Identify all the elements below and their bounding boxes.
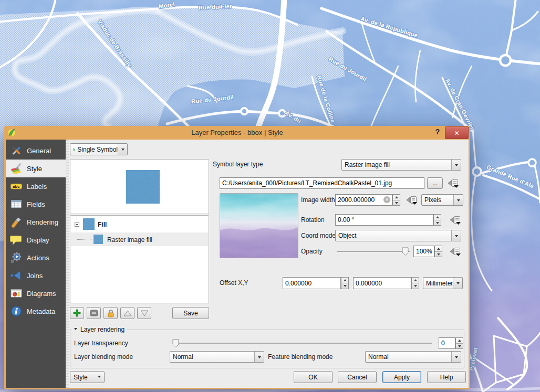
tree-connector bbox=[77, 217, 77, 221]
arrow-up-icon bbox=[123, 310, 132, 317]
layer-transparency-spinner[interactable] bbox=[455, 337, 463, 349]
offset-unit-combo[interactable]: Millimeter bbox=[423, 277, 463, 289]
close-button[interactable]: ✕ bbox=[445, 126, 469, 139]
browse-file-button[interactable]: ... bbox=[427, 177, 443, 189]
image-width-spinner[interactable] bbox=[392, 194, 400, 206]
sidebar-item-fields[interactable]: Fields bbox=[6, 195, 66, 213]
metadata-icon bbox=[10, 305, 23, 317]
data-defined-override-rotation-button[interactable] bbox=[449, 215, 462, 225]
lock-icon bbox=[107, 309, 115, 317]
sidebar-item-general[interactable]: General bbox=[6, 142, 66, 160]
layer-transparency-value: 0 bbox=[441, 340, 445, 347]
chevron-down-icon bbox=[451, 160, 461, 170]
move-down-button[interactable] bbox=[137, 307, 151, 319]
sidebar-item-label: Actions bbox=[27, 254, 49, 262]
data-defined-icon bbox=[406, 195, 418, 205]
slider-handle[interactable] bbox=[402, 248, 408, 256]
sidebar-item-label: Diagrams bbox=[27, 290, 56, 298]
offset-y-spinner[interactable] bbox=[411, 277, 419, 289]
tree-expander[interactable] bbox=[75, 222, 79, 227]
symbol-layer-type-label: Symbol layer type bbox=[213, 161, 263, 168]
image-path-value: C:/Users/anita_000/Pictures/LT_RemixedCh… bbox=[222, 179, 392, 187]
save-symbol-button[interactable]: Save bbox=[172, 307, 209, 319]
sidebar-item-label: Metadata bbox=[27, 308, 55, 315]
image-width-value: 2000.000000 bbox=[338, 196, 375, 204]
rotation-label: Rotation bbox=[301, 216, 325, 224]
data-defined-icon bbox=[449, 246, 462, 257]
data-defined-override-path-button[interactable] bbox=[447, 178, 460, 188]
ok-button[interactable]: OK bbox=[294, 371, 333, 383]
help-button[interactable]: Help bbox=[427, 371, 466, 383]
sidebar-item-label: Joins bbox=[27, 272, 43, 280]
tree-child-label[interactable]: Raster image fill bbox=[107, 236, 152, 243]
sidebar-item-labels[interactable]: abc Labels bbox=[6, 177, 66, 195]
sidebar-item-diagrams[interactable]: Diagrams bbox=[6, 284, 66, 302]
tree-root-label[interactable]: Fill bbox=[98, 221, 107, 228]
opacity-spinner[interactable] bbox=[434, 246, 442, 257]
actions-icon bbox=[10, 251, 23, 264]
layer-blending-combo[interactable]: Normal bbox=[170, 351, 264, 363]
slider-handle[interactable] bbox=[173, 340, 179, 347]
add-symbol-layer-button[interactable] bbox=[70, 307, 84, 319]
style-menu-label: Style bbox=[74, 374, 88, 381]
chevron-down-icon bbox=[453, 195, 463, 205]
sidebar-item-metadata[interactable]: Metadata bbox=[6, 302, 66, 320]
feature-blending-label: Feature blending mode bbox=[268, 353, 333, 361]
coord-mode-combo[interactable]: Object bbox=[335, 230, 461, 241]
renderer-combo[interactable]: Single Symbol bbox=[70, 143, 128, 155]
image-path-input[interactable]: C:/Users/anita_000/Pictures/LT_RemixedCh… bbox=[220, 177, 424, 189]
coord-mode-value: Object bbox=[336, 230, 451, 241]
offset-x-spinner[interactable] bbox=[341, 277, 349, 289]
sidebar-item-joins[interactable]: Joins bbox=[6, 267, 66, 284]
sidebar-item-style[interactable]: Style bbox=[6, 160, 66, 177]
move-up-button[interactable] bbox=[120, 307, 134, 319]
opacity-slider[interactable] bbox=[335, 246, 411, 257]
help-titlebar-button[interactable]: ? bbox=[433, 128, 442, 138]
data-defined-icon bbox=[449, 215, 462, 225]
coord-mode-label: Coord mode bbox=[301, 232, 336, 239]
offset-label: Offset X,Y bbox=[220, 279, 248, 287]
opacity-label: Opacity bbox=[301, 248, 323, 255]
sidebar-item-rendering[interactable]: Rendering bbox=[6, 213, 66, 231]
rotation-input[interactable]: 0.00 ° bbox=[335, 214, 433, 226]
tree-connector bbox=[77, 239, 91, 240]
cancel-button[interactable]: Cancel bbox=[338, 371, 377, 383]
layer-transparency-slider[interactable] bbox=[170, 337, 435, 349]
feature-blending-combo[interactable]: Normal bbox=[365, 351, 461, 363]
data-defined-override-opacity-button[interactable] bbox=[449, 246, 462, 257]
sidebar-item-actions[interactable]: Actions bbox=[6, 249, 66, 267]
offset-y-input[interactable]: 0.000000 bbox=[353, 277, 411, 289]
dialog-titlebar[interactable]: Layer Properties - bbox | Style ? ✕ bbox=[4, 126, 470, 140]
offset-x-input[interactable]: 0.000000 bbox=[283, 277, 341, 289]
layer-rendering-header[interactable]: Layer rendering bbox=[71, 326, 127, 333]
symbol-layer-type-combo[interactable]: Raster image fill bbox=[341, 159, 461, 171]
diagrams-icon bbox=[10, 287, 23, 300]
symbol-preview-swatch bbox=[126, 170, 160, 204]
offset-x-value: 0.000000 bbox=[285, 280, 311, 287]
symbol-layer-type-value: Raster image fill bbox=[342, 160, 451, 170]
plus-icon bbox=[72, 309, 81, 317]
rotation-spinner[interactable] bbox=[433, 214, 441, 226]
data-defined-override-width-button[interactable] bbox=[406, 195, 418, 205]
panel-splitter[interactable] bbox=[66, 140, 69, 388]
style-icon bbox=[10, 162, 23, 175]
category-sidebar: General Style abc Labels Fields bbox=[6, 140, 66, 388]
minus-icon bbox=[90, 310, 98, 316]
image-width-unit-combo[interactable]: Pixels bbox=[421, 194, 463, 206]
layer-transparency-spinbox[interactable]: 0 bbox=[439, 337, 455, 349]
sidebar-item-label: Labels bbox=[27, 183, 47, 190]
image-width-unit-value: Pixels bbox=[422, 195, 453, 205]
svg-text:abc: abc bbox=[13, 184, 20, 189]
fields-icon bbox=[10, 198, 23, 210]
remove-symbol-layer-button[interactable] bbox=[87, 307, 101, 319]
lock-color-button[interactable] bbox=[103, 307, 118, 319]
sidebar-item-display[interactable]: Display bbox=[6, 231, 66, 249]
apply-button[interactable]: Apply bbox=[382, 371, 421, 383]
opacity-spinbox[interactable]: 100% bbox=[413, 246, 434, 257]
chevron-down-icon bbox=[451, 352, 461, 362]
layer-blending-label: Layer blending mode bbox=[74, 353, 133, 361]
rotation-value: 0.00 ° bbox=[338, 216, 355, 224]
offset-unit-value: Millimeter bbox=[423, 278, 453, 289]
clear-value-icon[interactable]: ✕ bbox=[383, 196, 390, 203]
style-menu-button[interactable]: Style bbox=[70, 371, 105, 383]
